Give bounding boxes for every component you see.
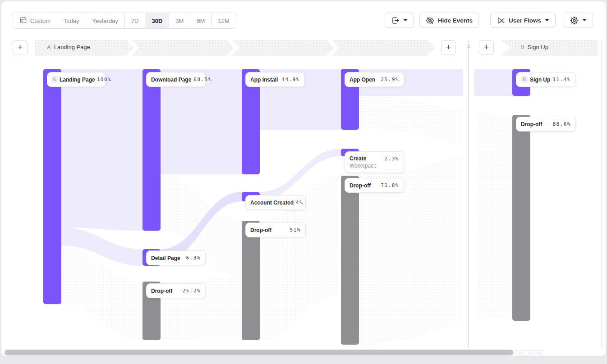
chevron-down-icon [403, 19, 408, 22]
node-percent: 71.8% [381, 182, 399, 188]
range-12m[interactable]: 12M [212, 13, 235, 28]
range-3m[interactable]: 3M [169, 13, 190, 28]
node-letter-badge: A [51, 76, 58, 83]
date-range-selector: Custom Today Yesterday 7D 30D 3M 6M 12M [13, 13, 236, 29]
download-page-bar[interactable] [143, 69, 161, 231]
chevron-down-icon [545, 19, 549, 22]
node-card-landing-page[interactable]: A Landing Page 100% [47, 72, 106, 87]
export-icon [391, 16, 400, 25]
node-letter-badge: B [521, 76, 528, 83]
range-30d[interactable]: 30D [145, 13, 169, 28]
flow-appopen-to-dropb [359, 96, 512, 149]
node-percent: 2.3% [385, 156, 400, 162]
node-label: Account Created [250, 200, 294, 206]
node-label: Download Page [151, 77, 191, 83]
node-label: Drop-off [151, 288, 172, 294]
panel-divider-right [601, 40, 602, 348]
step-a-header[interactable]: A Landing Page [47, 44, 90, 50]
flow-landing-to-download [61, 69, 143, 231]
node-card-sign-up[interactable]: B Sign Up 11.4% [516, 72, 576, 87]
node-card-detail-page[interactable]: Detail Page 6.3% [146, 250, 206, 265]
step-a-title: Landing Page [54, 44, 90, 50]
panel-divider-a-b [468, 40, 469, 348]
toolbar-right: Hide Events User Flows [385, 13, 593, 28]
node-label: Sign Up [530, 77, 550, 83]
node-percent: 4% [296, 200, 303, 205]
node-card-dropoff-step2[interactable]: Drop-off 25.2% [146, 283, 206, 298]
user-flows-report: Custom Today Yesterday 7D 30D 3M 6M 12M [0, 0, 607, 364]
node-percent: 44.9% [281, 77, 300, 82]
add-step-after-a-button[interactable]: + [441, 40, 456, 55]
gear-icon [570, 16, 579, 25]
node-card-download-page[interactable]: Download Page 68.5% [146, 72, 206, 87]
add-step-before-a-button[interactable]: + [13, 40, 28, 55]
user-flows-icon [497, 16, 505, 25]
node-label: Drop-off [521, 121, 542, 127]
range-custom[interactable]: Custom [13, 13, 57, 28]
node-label: App Install [250, 77, 278, 83]
node-percent: 100% [97, 77, 112, 82]
node-percent: 11.4% [552, 77, 571, 82]
hide-events-button[interactable]: Hide Events [419, 13, 479, 28]
node-label: Drop-off [349, 182, 371, 189]
range-label: Custom [30, 18, 51, 24]
node-percent: 25.2% [182, 288, 201, 294]
add-step-before-b-button[interactable]: + [479, 40, 494, 55]
node-percent: 88.6% [552, 121, 571, 127]
node-label-line2: Workspace [349, 163, 377, 169]
dropoff-signup-bar[interactable] [512, 115, 530, 321]
node-percent: 51% [290, 227, 301, 233]
node-percent: 68.5% [193, 77, 212, 82]
node-card-app-open[interactable]: App Open 25.9% [345, 72, 404, 87]
node-percent: 6.3% [186, 255, 201, 261]
view-selector-button[interactable]: User Flows [490, 13, 556, 28]
node-card-create-workspace[interactable]: Create 2.3% Workspace [345, 151, 404, 173]
step-letter: B [520, 44, 524, 50]
horizontal-scrollbar-thumb[interactable] [5, 350, 513, 355]
step-letter: A [47, 44, 51, 50]
node-label: Landing Page [60, 77, 95, 83]
step-b-title: Sign Up [528, 44, 548, 50]
export-button[interactable] [385, 13, 414, 28]
node-label-line1: Create [349, 155, 366, 162]
node-card-dropoff-signup[interactable]: Drop-off 88.6% [516, 117, 576, 132]
dropoff-step4-bar[interactable] [341, 176, 359, 345]
range-yesterday[interactable]: Yesterday [86, 13, 125, 28]
eye-off-icon [426, 16, 434, 25]
step-b-band [501, 40, 598, 56]
settings-button[interactable] [564, 13, 593, 28]
node-label: Drop-off [250, 227, 271, 233]
dropoff-step3-bar[interactable] [242, 221, 260, 340]
node-label: App Open [349, 77, 375, 83]
node-percent: 25.9% [381, 77, 399, 82]
node-card-account-created[interactable]: Account Created 4% [245, 195, 306, 210]
hide-events-label: Hide Events [438, 17, 473, 24]
approx-steps-symbol: ≈ [463, 42, 474, 51]
range-7d[interactable]: 7D [125, 13, 146, 28]
calendar-icon [19, 16, 27, 25]
landing-page-bar[interactable] [43, 69, 61, 304]
range-today[interactable]: Today [57, 13, 86, 28]
node-card-app-install[interactable]: App Install 44.9% [245, 72, 305, 87]
scrollbar-texture [511, 350, 545, 355]
step-b-header[interactable]: B Sign Up [520, 44, 548, 50]
range-6m[interactable]: 6M [190, 13, 212, 28]
step-header-band [0, 40, 607, 56]
node-card-dropoff-step3[interactable]: Drop-off 51% [245, 223, 306, 237]
view-selector-label: User Flows [509, 17, 541, 24]
node-label: Detail Page [151, 255, 180, 261]
chevron-down-icon [582, 19, 587, 22]
node-card-dropoff-step4[interactable]: Drop-off 71.8% [345, 178, 404, 193]
